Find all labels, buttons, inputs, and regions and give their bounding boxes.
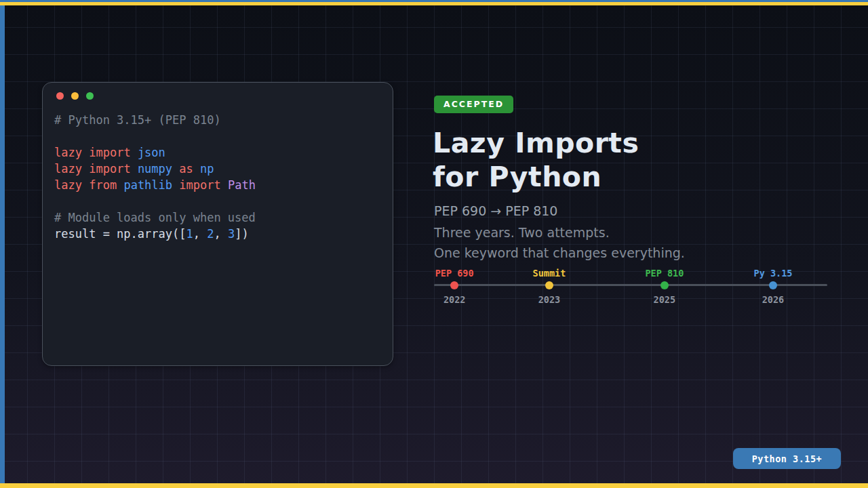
code-line: lazy from pathlib import Path <box>54 177 381 193</box>
code-token-keyword: lazy <box>54 162 82 176</box>
zoom-window-dot-icon <box>86 92 94 100</box>
timeline-event-year: 2025 <box>627 294 702 305</box>
code-token-keyword: lazy <box>54 178 82 192</box>
code-token-module: np <box>200 162 214 176</box>
code-token-plain <box>82 162 89 176</box>
code-token-plain <box>172 162 179 176</box>
timeline-event-label: PEP 810 <box>627 268 702 279</box>
traffic-lights <box>54 92 381 100</box>
code-token-plain <box>82 146 89 159</box>
timeline-event-dot-icon <box>450 281 458 289</box>
code-token-module: pathlib <box>123 178 172 192</box>
tagline-line1: Three years. Two attempts. <box>434 222 685 243</box>
code-token-comment: # Python 3.15+ (PEP 810) <box>54 113 221 127</box>
code-block: # Python 3.15+ (PEP 810) lazy import jso… <box>54 112 381 242</box>
taglines: Three years. Two attempts. One keyword t… <box>434 222 685 263</box>
timeline-event-dot-icon <box>769 281 777 289</box>
left-edge-blue-bar <box>0 5 5 483</box>
code-line: result = np.array([1, 2, 3]) <box>54 226 381 242</box>
code-token-plain <box>131 146 138 159</box>
timeline-event: Py 3.152026 <box>736 268 810 305</box>
timeline-event-label: Summit <box>512 268 587 279</box>
code-token-keyword: import <box>89 146 130 159</box>
page-title-line2: for Python <box>433 160 639 194</box>
pep-subtitle: PEP 690 → PEP 810 <box>434 202 557 220</box>
code-token-plain: result = np.array([ <box>54 227 186 241</box>
code-line: lazy import json <box>54 144 381 161</box>
timeline-event-year: 2023 <box>512 294 587 305</box>
minimize-window-dot-icon <box>71 92 79 100</box>
timeline-event-dot-icon <box>545 281 553 289</box>
code-token-class: Path <box>228 178 256 192</box>
code-token-plain: , <box>214 227 227 241</box>
timeline-event-year: 2026 <box>736 294 810 305</box>
code-token-keyword: import <box>179 178 220 192</box>
status-badge: ACCEPTED <box>434 96 513 113</box>
timeline-event: PEP 8102025 <box>627 268 702 305</box>
top-edge-yellow-bar <box>0 2 868 5</box>
code-token-plain <box>221 178 228 192</box>
code-line <box>54 128 381 144</box>
code-line <box>54 193 381 209</box>
code-token-plain <box>172 178 179 192</box>
timeline-event-label: Py 3.15 <box>736 268 810 279</box>
version-badge: Python 3.15+ <box>733 448 841 469</box>
timeline-event: Summit2023 <box>512 268 587 305</box>
code-token-comment: # Module loads only when used <box>54 211 256 224</box>
code-token-module: json <box>138 146 165 159</box>
code-token-number: 1 <box>186 227 193 241</box>
close-window-dot-icon <box>56 92 64 100</box>
code-token-keyword: import <box>89 162 130 176</box>
code-line: # Module loads only when used <box>54 209 381 226</box>
code-line: # Python 3.15+ (PEP 810) <box>54 112 381 128</box>
page-title: Lazy Imports for Python <box>433 126 639 194</box>
code-token-keyword: from <box>89 178 117 192</box>
code-token-plain: , <box>193 227 207 241</box>
code-line: lazy import numpy as np <box>54 161 381 177</box>
timeline-event-label: PEP 690 <box>417 268 492 279</box>
timeline: PEP 6902022Summit2023PEP 8102025Py 3.152… <box>434 268 827 307</box>
timeline-event-dot-icon <box>660 281 669 289</box>
code-token-number: 2 <box>207 227 214 241</box>
timeline-event-year: 2022 <box>417 294 492 305</box>
code-token-keyword: lazy <box>54 146 82 159</box>
code-token-keyword: as <box>179 162 193 176</box>
code-token-plain: ]) <box>235 227 248 241</box>
code-token-module: numpy <box>138 162 172 176</box>
code-token-plain <box>82 178 89 192</box>
timeline-event: PEP 6902022 <box>417 268 492 305</box>
code-editor-window: # Python 3.15+ (PEP 810) lazy import jso… <box>42 82 393 366</box>
tagline-line2: One keyword that changes everything. <box>434 243 685 263</box>
code-token-plain <box>117 178 123 192</box>
code-token-plain <box>131 162 138 176</box>
bottom-edge-yellow-bar <box>0 483 868 488</box>
code-token-number: 3 <box>228 227 235 241</box>
code-token-plain <box>193 162 200 176</box>
page-title-line1: Lazy Imports <box>433 126 639 160</box>
